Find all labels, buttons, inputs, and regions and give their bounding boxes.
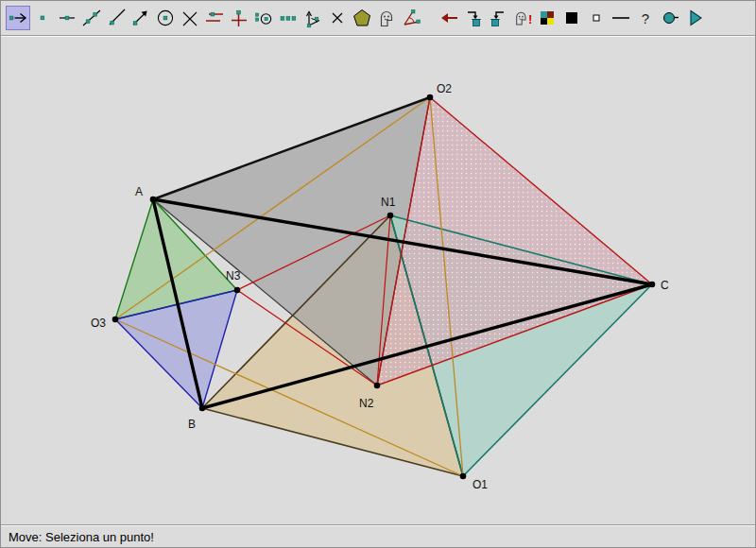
tool-vector-button[interactable] [129,7,152,29]
point-style-icon [586,8,607,28]
tool-run-button[interactable] [683,7,706,29]
tool-circle-button[interactable] [154,7,177,29]
svg-text:?: ? [642,10,649,26]
tool-delete-button[interactable] [326,7,349,29]
run-icon [684,8,705,28]
point-label-O2: O2 [437,82,452,95]
tool-unhide-button[interactable] [487,7,509,29]
line-style-icon [610,8,631,28]
help-icon: ? [635,8,656,28]
point-B[interactable] [199,405,206,412]
point-label-N1: N1 [381,196,396,209]
hide-icon [463,8,484,28]
tool-angle-button[interactable] [301,7,324,29]
tool-point-style-button[interactable] [585,7,608,29]
toolbar: !? [1,1,755,35]
magnifier-icon [660,8,680,28]
tool-perpendicular-button[interactable] [228,7,250,29]
tool-parallel-button[interactable] [203,7,226,29]
point-label-N2: N2 [359,397,374,410]
macro-icon [376,8,397,28]
point-label-B: B [188,418,196,431]
move-icon [8,8,28,28]
status-text: Move: Seleziona un punto! [9,530,154,544]
point-O1[interactable] [460,473,467,480]
point-label-O1: O1 [472,478,488,491]
car-geometry-window: !? ABCO1O2O3N1N2N3 Move: Seleziona un pu… [0,0,756,548]
point-N1[interactable] [387,213,394,219]
tool-macro-prompt-button[interactable]: ! [511,7,534,29]
tool-measure-angle-button[interactable] [400,7,422,29]
tool-fixed-circle-button[interactable] [252,7,275,29]
tool-help-button[interactable]: ? [634,7,657,29]
point-O3[interactable] [112,317,119,323]
tool-line-style-button[interactable] [610,7,632,29]
point-N2[interactable] [374,383,381,389]
intersection-icon [180,8,200,28]
tool-magnifier-button[interactable] [659,7,681,29]
vector-icon [130,8,151,28]
point-label-O3: O3 [91,317,106,330]
angle-icon [302,8,323,28]
point-O2[interactable] [427,94,434,101]
tool-point-button[interactable] [31,7,54,29]
unhide-icon [488,8,508,28]
segment-icon [57,8,77,28]
fixed-circle-icon [253,8,274,28]
point-C[interactable] [649,282,656,288]
tool-intersection-button[interactable] [179,7,201,29]
macro-prompt-icon: ! [512,8,533,28]
delete-icon [327,8,348,28]
point-label-C: C [661,279,669,292]
tool-segment-button[interactable] [56,7,78,29]
perpendicular-icon [229,8,249,28]
tool-color-black-button[interactable] [560,7,583,29]
canvas-area: ABCO1O2O3N1N2N3 [1,37,755,524]
tool-color-palette-button[interactable] [536,7,558,29]
tool-line-button[interactable] [80,7,103,29]
status-bar: Move: Seleziona un punto! [1,526,755,548]
ray-icon [106,8,127,28]
back-icon [438,8,459,28]
point-icon [32,8,53,28]
point-label-N3: N3 [226,269,241,283]
tool-hide-button[interactable] [462,7,485,29]
point-sequence-icon [278,8,299,28]
measure-angle-icon [401,8,421,28]
polygon-icon [352,8,372,28]
point-A[interactable] [150,197,157,203]
tool-polygon-button[interactable] [351,7,373,29]
geometry-canvas[interactable]: ABCO1O2O3N1N2N3 [1,37,755,524]
tool-macro-button[interactable] [375,7,398,29]
tool-point-sequence-button[interactable] [277,7,300,29]
parallel-icon [204,8,225,28]
line-icon [81,8,102,28]
point-N3[interactable] [234,287,241,294]
circle-icon [155,8,176,28]
color-palette-icon [537,8,558,28]
color-black-icon [561,8,582,28]
svg-text:!: ! [528,12,532,26]
tool-back-button[interactable] [438,7,460,29]
point-label-A: A [135,185,143,198]
tool-move-button[interactable] [7,7,29,29]
tool-ray-button[interactable] [105,7,128,29]
